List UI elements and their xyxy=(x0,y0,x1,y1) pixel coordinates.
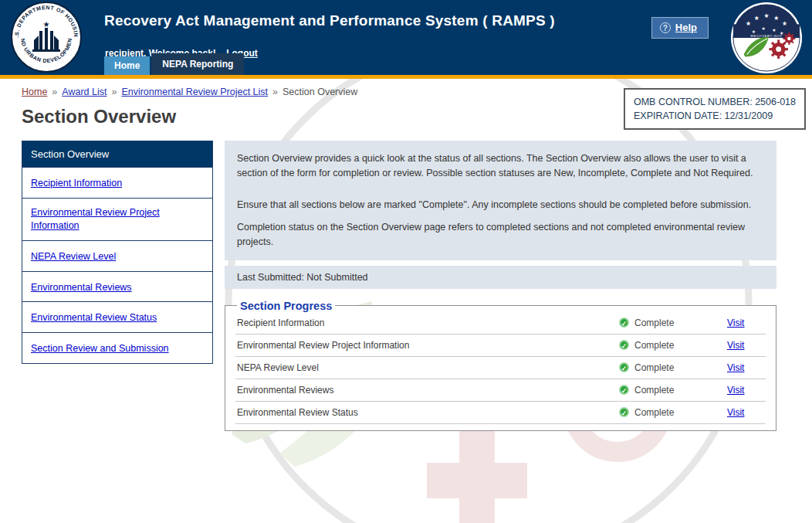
help-button[interactable]: ? Help xyxy=(651,17,709,39)
progress-row-environmental-review-status: Environmental Review Status ✓Complete Vi… xyxy=(235,402,766,424)
omb-control-box: OMB CONTROL NUMBER: 2506-018 EXPIRATION … xyxy=(624,88,806,130)
page-content: Home»Award List»Environmental Review Pro… xyxy=(0,79,812,431)
hud-department-seal-logo: U.S. DEPARTMENT OF HOUSING AND URBAN DEV… xyxy=(11,2,82,73)
recovery-gov-logo: ★ ★ ★ ★ ★ ★ ★ ★ ★ RECOVERY.GOV xyxy=(730,2,803,74)
complete-check-icon: ✓ xyxy=(619,385,629,395)
visit-link-recipient-information[interactable]: Visit xyxy=(727,318,764,328)
status-label: Complete xyxy=(634,318,674,328)
breadcrumb-separator: » xyxy=(111,87,117,97)
svg-text:★: ★ xyxy=(754,15,760,22)
main-panel: Section Overview provides a quick look a… xyxy=(225,141,776,431)
svg-text:★: ★ xyxy=(772,28,776,32)
app-title: Recovery Act Management and Performance … xyxy=(104,12,555,29)
sidebar-item-environmental-reviews[interactable]: Environmental Reviews xyxy=(22,271,212,302)
breadcrumb-env-review-project-list-link[interactable]: Environmental Review Project List xyxy=(121,87,268,97)
complete-check-icon: ✓ xyxy=(619,340,629,350)
help-button-label: Help xyxy=(675,22,697,33)
status-label: Complete xyxy=(634,340,674,351)
breadcrumb-home-link[interactable]: Home xyxy=(22,87,47,97)
section-progress-fieldset: Section Progress Recipient Information ✓… xyxy=(225,300,776,431)
progress-row-recipient-information: Recipient Information ✓Complete Visit xyxy=(235,312,766,335)
svg-text:★: ★ xyxy=(761,26,765,31)
svg-text:★: ★ xyxy=(746,20,751,27)
last-submitted-status: Last Submitted: Not Submitted xyxy=(225,266,776,289)
sidebar-item-environmental-review-status[interactable]: Environmental Review Status xyxy=(22,301,212,332)
omb-control-number: OMB CONTROL NUMBER: 2506-018 xyxy=(634,95,796,109)
complete-check-icon: ✓ xyxy=(619,318,629,328)
breadcrumb-separator: » xyxy=(272,87,278,97)
visit-link-nepa-review-level[interactable]: Visit xyxy=(727,362,764,373)
breadcrumb-current-page: Section Overview xyxy=(283,87,357,97)
visit-link-environmental-reviews[interactable]: Visit xyxy=(727,385,764,396)
sidebar-item-section-review-and-submission[interactable]: Section Review and Submission xyxy=(22,332,212,363)
complete-check-icon: ✓ xyxy=(619,362,629,372)
sidebar-item-env-review-project-information[interactable]: Environmental Review Project Information xyxy=(22,198,212,240)
svg-text:★: ★ xyxy=(782,20,787,27)
section-sidebar: Section Overview Recipient Information E… xyxy=(22,141,213,364)
breadcrumb-award-list-link[interactable]: Award List xyxy=(62,87,107,97)
svg-text:★: ★ xyxy=(43,20,50,29)
intro-paragraph-2: Ensure that all sections below are marke… xyxy=(237,198,764,212)
section-progress-legend: Section Progress xyxy=(237,300,335,312)
svg-text:★: ★ xyxy=(773,15,779,22)
visit-link-env-review-project-information[interactable]: Visit xyxy=(727,340,764,351)
complete-check-icon: ✓ xyxy=(619,407,629,417)
status-label: Complete xyxy=(634,362,674,373)
progress-row-environmental-reviews: Environmental Reviews ✓Complete Visit xyxy=(235,379,766,402)
visit-link-environmental-review-status[interactable]: Visit xyxy=(727,407,764,418)
intro-paragraph-3: Completion status on the Section Overvie… xyxy=(237,220,764,250)
progress-row-nepa-review-level: NEPA Review Level ✓Complete Visit xyxy=(235,357,766,379)
sidebar-item-nepa-review-level[interactable]: NEPA Review Level xyxy=(22,240,212,271)
accent-divider-bar xyxy=(0,75,812,79)
main-nav-tabs: Home NEPA Reporting xyxy=(104,53,244,75)
tab-home[interactable]: Home xyxy=(104,56,150,75)
status-label: Complete xyxy=(634,407,674,418)
breadcrumb-separator: » xyxy=(52,87,57,97)
section-overview-description: Section Overview provides a quick look a… xyxy=(225,141,776,260)
svg-text:★: ★ xyxy=(763,12,769,19)
app-header: U.S. DEPARTMENT OF HOUSING AND URBAN DEV… xyxy=(0,0,812,75)
svg-text:RECOVERY.GOV: RECOVERY.GOV xyxy=(751,34,783,38)
sidebar-item-recipient-information[interactable]: Recipient Information xyxy=(22,167,212,198)
status-label: Complete xyxy=(634,385,674,396)
intro-paragraph-1: Section Overview provides a quick look a… xyxy=(237,151,764,181)
sidebar-header: Section Overview xyxy=(22,141,212,167)
question-mark-icon: ? xyxy=(660,22,671,33)
omb-expiration-date: EXPIRATION DATE: 12/31/2009 xyxy=(634,109,796,123)
progress-row-env-review-project-information: Environmental Review Project Information… xyxy=(235,335,766,357)
tab-nepa-reporting[interactable]: NEPA Reporting xyxy=(151,53,244,75)
